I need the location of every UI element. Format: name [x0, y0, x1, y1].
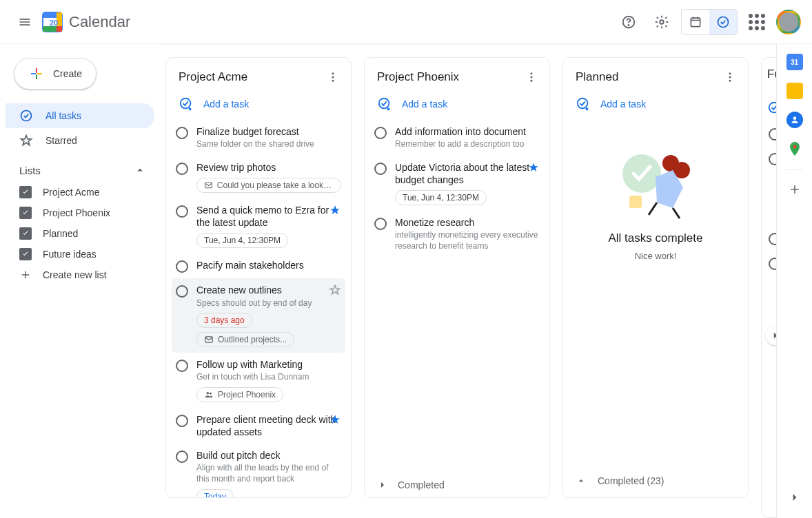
task-complete-circle[interactable]	[176, 450, 188, 463]
task-complete-circle[interactable]	[374, 218, 387, 230]
svg-point-27	[578, 99, 588, 109]
apps-grid-icon[interactable]	[743, 8, 771, 36]
task-complete-circle[interactable]	[769, 153, 776, 165]
sidebar-create-new-list[interactable]: Create new list	[6, 265, 154, 285]
add-task-button[interactable]: Add a task	[365, 90, 549, 120]
task-complete-circle[interactable]	[176, 260, 188, 273]
sidebar-list-item[interactable]: Future ideas	[6, 244, 154, 265]
task-chip[interactable]: Could you please take a look at t...	[196, 178, 341, 193]
checkbox-icon[interactable]	[19, 186, 32, 198]
task-chip[interactable]: Project Phoenix	[196, 387, 283, 402]
completed-toggle[interactable]: Completed (23)	[563, 464, 748, 497]
task-list: Finalize budget forecast Same folder on …	[166, 120, 351, 497]
svg-point-23	[379, 99, 389, 109]
svg-rect-4	[57, 26, 62, 32]
svg-point-8	[660, 20, 664, 24]
task-complete-circle[interactable]	[176, 415, 188, 427]
add-task-button[interactable]: Add a task	[563, 90, 748, 120]
task-item[interactable]: Build out pitch deck Align with all the …	[172, 444, 345, 497]
svg-point-10	[718, 17, 729, 27]
task-complete-circle[interactable]	[176, 285, 188, 298]
rail-calendar-icon[interactable]: 31	[786, 54, 803, 70]
task-item[interactable]: Add information into document Remember t…	[370, 120, 544, 156]
task-item[interactable]: Send a quick memo to Ezra for the latest…	[172, 198, 345, 253]
task-subtitle: Get in touch with Lisa Dunnam	[196, 372, 341, 383]
task-chip[interactable]: Today	[196, 489, 234, 497]
task-item[interactable]: Monetize research intelligently monetizi…	[370, 211, 544, 257]
task-item[interactable]: Update Victoria about the latest budget …	[370, 156, 544, 211]
list-column: Project Acme Add a task Finalize budget …	[165, 57, 352, 498]
task-chip[interactable]: Tue, Jun 4, 12:30PM	[196, 233, 288, 248]
sidebar-list-item[interactable]: Planned	[6, 223, 154, 244]
task-title: Send a quick memo to Ezra for the latest…	[196, 204, 341, 229]
task-complete-circle[interactable]	[769, 128, 776, 141]
column-menu-icon[interactable]	[323, 68, 343, 87]
checkbox-icon[interactable]	[19, 207, 32, 219]
svg-point-15	[181, 99, 191, 109]
rail-keep-icon[interactable]	[786, 83, 803, 99]
task-complete-circle[interactable]	[374, 163, 387, 175]
svg-point-24	[729, 72, 731, 74]
checkbox-icon[interactable]	[19, 248, 32, 260]
add-task-icon[interactable]	[767, 101, 776, 116]
view-toggle-group	[681, 9, 738, 35]
rail-add-icon[interactable]	[788, 183, 802, 196]
sidebar-list-item[interactable]: Project Phoenix	[6, 203, 154, 223]
star-icon[interactable]	[329, 284, 341, 296]
sidebar-item-starred[interactable]: Starred	[6, 128, 154, 153]
sidebar: Create All tasks Starred Lists Project A…	[0, 44, 160, 518]
settings-icon[interactable]	[648, 8, 676, 36]
task-complete-circle[interactable]	[769, 258, 776, 270]
sidebar-item-all-tasks[interactable]: All tasks	[6, 103, 154, 128]
tasks-board: Project Acme Add a task Finalize budget …	[160, 44, 776, 518]
task-item[interactable]: Review trip photos Could you please take…	[172, 156, 345, 198]
task-item[interactable]: Follow up with Marketing Get in touch wi…	[172, 353, 345, 408]
task-chip[interactable]: Outlined projects...	[196, 332, 294, 347]
task-title: Update Victoria about the latest budget …	[395, 161, 540, 186]
task-complete-circle[interactable]	[176, 360, 188, 372]
rail-contacts-icon[interactable]	[786, 112, 803, 128]
task-complete-circle[interactable]	[176, 205, 188, 218]
side-panel: 31	[776, 44, 812, 518]
task-title: Review trip photos	[196, 161, 341, 174]
rail-expand-icon[interactable]	[788, 490, 802, 504]
account-avatar[interactable]	[776, 10, 801, 34]
task-item[interactable]: Prepare client meeting deck with updated…	[172, 408, 345, 444]
task-title: Pacify main stakeholders	[196, 259, 341, 271]
task-chip[interactable]: Tue, Jun 4, 12:30PM	[395, 190, 487, 205]
sidebar-lists-header[interactable]: Lists	[6, 153, 154, 182]
menu-button[interactable]	[11, 8, 39, 36]
completed-toggle[interactable]: Completed	[365, 473, 549, 497]
task-chip[interactable]: 3 days ago	[196, 313, 252, 328]
column-menu-icon[interactable]	[720, 68, 740, 87]
task-complete-circle[interactable]	[176, 127, 188, 139]
task-title: Add information into document	[395, 125, 540, 138]
task-complete-circle[interactable]	[769, 233, 776, 245]
task-subtitle: Align with all the leads by the end of t…	[196, 463, 341, 484]
create-label: Create	[53, 68, 82, 79]
help-icon[interactable]	[615, 8, 642, 36]
column-menu-icon[interactable]	[522, 68, 541, 87]
scroll-right-button[interactable]	[766, 326, 776, 345]
task-item[interactable]: Finalize budget forecast Same folder on …	[172, 120, 345, 156]
rail-maps-icon[interactable]	[786, 141, 803, 157]
task-title: Create new outlines	[196, 284, 341, 296]
sidebar-list-item[interactable]: Project Acme	[6, 182, 154, 203]
calendar-view-button[interactable]	[682, 10, 709, 34]
svg-rect-9	[691, 18, 700, 26]
star-icon[interactable]	[329, 413, 341, 426]
column-title: Project Acme	[179, 70, 247, 84]
add-task-button[interactable]: Add a task	[166, 90, 351, 120]
checkbox-icon[interactable]	[19, 227, 32, 240]
star-icon[interactable]	[527, 161, 540, 174]
task-complete-circle[interactable]	[176, 163, 188, 175]
star-icon[interactable]	[329, 204, 341, 216]
create-button[interactable]: Create	[14, 58, 97, 90]
task-list: Add information into document Remember t…	[365, 120, 549, 473]
task-complete-circle[interactable]	[374, 127, 387, 139]
task-item[interactable]: Pacify main stakeholders	[172, 253, 345, 278]
svg-rect-29	[629, 196, 642, 208]
svg-point-13	[332, 76, 334, 79]
tasks-view-button[interactable]	[709, 10, 737, 34]
task-item[interactable]: Create new outlines Specs should out by …	[172, 278, 345, 353]
